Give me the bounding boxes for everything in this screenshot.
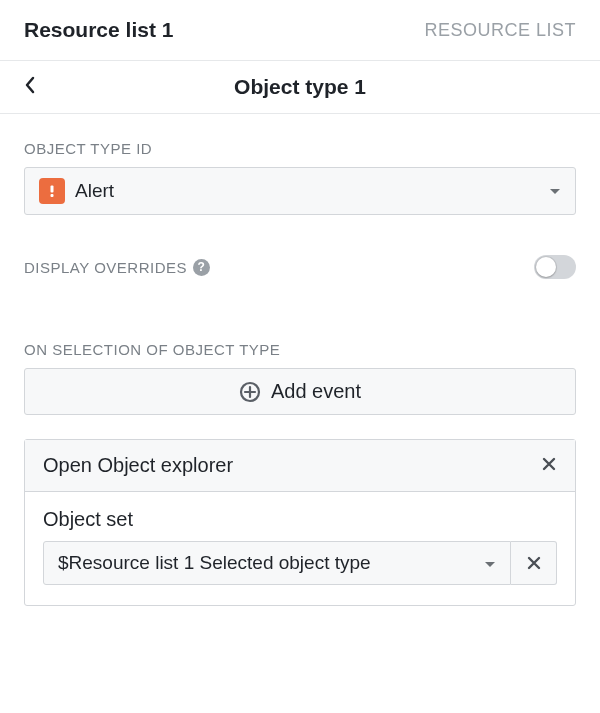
svg-rect-1 [51,194,54,197]
event-card: Open Object explorer Object set $Resourc… [24,439,576,606]
event-card-title: Open Object explorer [43,454,233,477]
display-overrides-row: DISPLAY OVERRIDES ? [24,255,576,279]
subheader: Object type 1 [0,61,600,114]
resource-type-label: RESOURCE LIST [424,20,576,41]
object-type-id-value: Alert [75,180,539,202]
caret-down-icon [549,182,561,200]
object-set-clear-button[interactable] [511,541,557,585]
content-area: OBJECT TYPE ID Alert DISPLAY OVERRIDES ?… [0,114,600,606]
display-overrides-label: DISPLAY OVERRIDES ? [24,259,210,276]
event-card-body: Object set $Resource list 1 Selected obj… [25,492,575,605]
help-icon[interactable]: ? [193,259,210,276]
on-selection-section: ON SELECTION OF OBJECT TYPE Add event Op… [24,341,576,606]
object-set-value: $Resource list 1 Selected object type [58,552,474,574]
add-event-label: Add event [271,380,361,403]
back-chevron-icon[interactable] [24,76,36,98]
object-set-label: Object set [43,508,557,531]
alert-icon [39,178,65,204]
caret-down-icon [484,552,496,574]
object-type-id-label: OBJECT TYPE ID [24,140,576,157]
object-set-row: $Resource list 1 Selected object type [43,541,557,585]
close-icon[interactable] [541,456,557,476]
topbar: Resource list 1 RESOURCE LIST [0,0,600,61]
subheader-title: Object type 1 [24,75,576,99]
svg-rect-0 [51,186,54,193]
plus-circle-icon [239,381,261,403]
on-selection-label: ON SELECTION OF OBJECT TYPE [24,341,576,358]
toggle-knob [536,257,556,277]
event-card-header: Open Object explorer [25,440,575,492]
page-title: Resource list 1 [24,18,173,42]
object-type-id-select[interactable]: Alert [24,167,576,215]
display-overrides-toggle[interactable] [534,255,576,279]
object-set-select[interactable]: $Resource list 1 Selected object type [43,541,511,585]
display-overrides-text: DISPLAY OVERRIDES [24,259,187,276]
add-event-button[interactable]: Add event [24,368,576,415]
